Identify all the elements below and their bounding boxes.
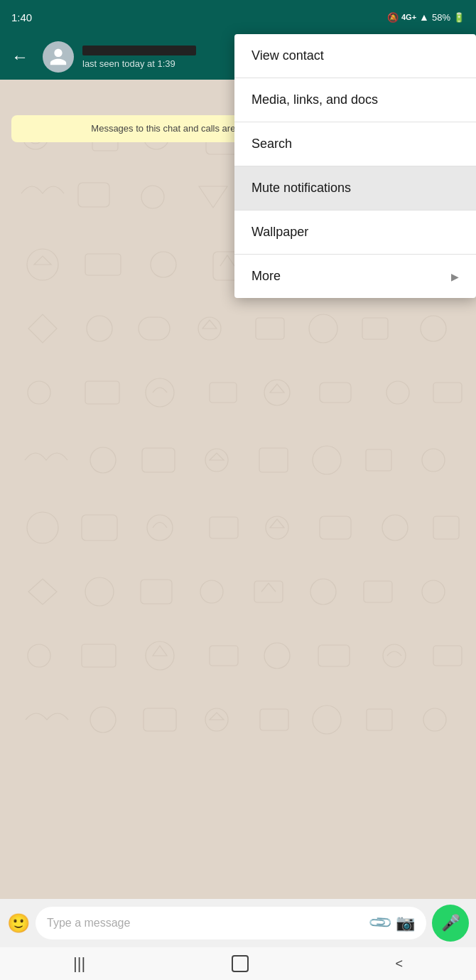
menu-item-search[interactable]: Search — [234, 122, 476, 166]
dropdown-overlay[interactable]: View contact Media, links, and docs Sear… — [0, 0, 476, 980]
menu-item-more[interactable]: More ▶ — [234, 255, 476, 298]
menu-item-wallpaper[interactable]: Wallpaper — [234, 211, 476, 254]
chevron-right-icon: ▶ — [451, 271, 459, 282]
menu-item-media-links-docs[interactable]: Media, links, and docs — [234, 78, 476, 122]
menu-item-mute-notifications[interactable]: Mute notifications — [234, 166, 476, 210]
context-menu: View contact Media, links, and docs Sear… — [234, 34, 476, 298]
menu-item-view-contact[interactable]: View contact — [234, 34, 476, 78]
